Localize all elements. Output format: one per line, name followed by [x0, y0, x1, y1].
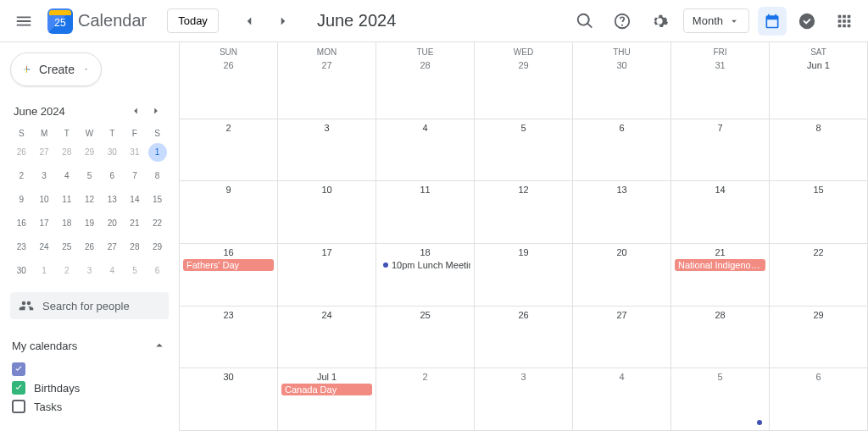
main-menu-icon[interactable]: [7, 4, 41, 38]
day-cell[interactable]: 28: [376, 57, 475, 119]
mini-day[interactable]: 2: [58, 262, 76, 280]
mini-day[interactable]: 30: [103, 143, 121, 162]
day-cell[interactable]: 19: [475, 244, 573, 307]
mini-day[interactable]: 21: [125, 214, 144, 233]
calendar-item[interactable]: [10, 360, 169, 379]
day-cell[interactable]: Jul 1Canada Day: [278, 368, 376, 431]
mini-day[interactable]: 26: [12, 143, 31, 162]
day-cell[interactable]: 28: [671, 307, 770, 369]
day-cell[interactable]: 26: [475, 307, 573, 369]
calendar-item[interactable]: Birthdays: [10, 379, 169, 397]
calendar-checkbox[interactable]: [12, 400, 25, 413]
day-cell[interactable]: 20: [573, 244, 671, 307]
mini-day[interactable]: 2: [12, 167, 31, 185]
mini-day[interactable]: 27: [103, 238, 121, 257]
mini-day[interactable]: 23: [12, 238, 31, 257]
day-cell[interactable]: 26: [180, 57, 278, 119]
event-chip[interactable]: 10pm Lunch Meeting: [380, 259, 470, 271]
day-cell[interactable]: 23: [180, 307, 278, 369]
mini-prev-button[interactable]: [126, 102, 145, 120]
day-cell[interactable]: 3: [278, 119, 376, 182]
day-cell[interactable]: 1810pm Lunch Meeting: [376, 244, 475, 307]
mini-day[interactable]: 10: [35, 191, 53, 209]
my-calendars-header[interactable]: My calendars: [10, 334, 169, 356]
day-cell[interactable]: 31: [671, 57, 770, 119]
search-icon[interactable]: [568, 4, 602, 38]
day-cell[interactable]: 13: [573, 181, 671, 244]
mini-day[interactable]: 16: [12, 214, 31, 233]
calendar-checkbox[interactable]: [12, 381, 25, 395]
mini-day[interactable]: 22: [148, 214, 167, 233]
settings-icon[interactable]: [643, 4, 676, 38]
day-cell[interactable]: 9: [180, 181, 278, 244]
day-cell[interactable]: 12: [475, 181, 573, 244]
day-cell[interactable]: 16Fathers' Day: [180, 244, 278, 307]
day-cell[interactable]: 24: [278, 307, 376, 369]
mini-day[interactable]: 14: [125, 191, 144, 209]
view-selector[interactable]: Month: [683, 8, 749, 33]
mini-day[interactable]: 15: [148, 191, 167, 209]
day-cell[interactable]: 27: [573, 307, 671, 369]
mini-day[interactable]: 3: [35, 167, 53, 185]
day-cell[interactable]: 14: [671, 181, 770, 244]
next-month-button[interactable]: [266, 4, 300, 38]
day-cell[interactable]: 5: [475, 119, 573, 182]
day-cell[interactable]: 3: [475, 368, 573, 431]
today-button[interactable]: Today: [167, 8, 219, 33]
event-chip[interactable]: Canada Day: [281, 384, 372, 395]
day-cell[interactable]: 4: [573, 368, 671, 431]
day-cell[interactable]: 4: [376, 119, 475, 182]
mini-day[interactable]: 12: [80, 191, 98, 209]
day-cell[interactable]: 8: [770, 119, 868, 182]
calendar-checkbox[interactable]: [12, 362, 25, 376]
day-cell[interactable]: 2: [180, 119, 278, 182]
mini-day[interactable]: 1: [35, 262, 53, 280]
mini-day[interactable]: 31: [125, 143, 144, 162]
mini-day[interactable]: 18: [58, 214, 76, 233]
mini-day[interactable]: 24: [35, 238, 53, 257]
calendar-item[interactable]: Tasks: [10, 397, 169, 416]
mini-day[interactable]: 8: [148, 167, 167, 185]
mini-day[interactable]: 7: [125, 167, 144, 185]
mini-day[interactable]: 3: [80, 262, 98, 280]
mini-day[interactable]: 28: [125, 238, 144, 257]
event-chip[interactable]: National Indigenous Peoples Day: [675, 259, 765, 271]
prev-month-button[interactable]: [232, 4, 266, 38]
mini-day[interactable]: 27: [35, 143, 53, 162]
calendar-view-toggle[interactable]: [758, 7, 787, 36]
tasks-icon[interactable]: [790, 4, 824, 38]
mini-day[interactable]: 28: [58, 143, 76, 162]
day-cell[interactable]: 7: [671, 119, 770, 182]
day-cell[interactable]: 11: [376, 181, 475, 244]
day-cell[interactable]: 5: [671, 368, 770, 431]
day-cell[interactable]: 29: [770, 307, 868, 369]
mini-day[interactable]: 1: [148, 143, 167, 162]
mini-day[interactable]: 5: [125, 262, 144, 280]
day-cell[interactable]: 10: [278, 181, 376, 244]
mini-day[interactable]: 9: [12, 191, 31, 209]
mini-day[interactable]: 20: [103, 214, 121, 233]
mini-day[interactable]: 29: [80, 143, 98, 162]
mini-day[interactable]: 4: [103, 262, 121, 280]
day-cell[interactable]: 2: [376, 368, 475, 431]
day-cell[interactable]: 30: [180, 368, 278, 431]
search-people-input[interactable]: Search for people: [10, 292, 169, 319]
mini-day[interactable]: 30: [12, 262, 31, 280]
day-cell[interactable]: Jun 1: [770, 57, 868, 119]
mini-next-button[interactable]: [147, 102, 165, 120]
mini-day[interactable]: 25: [58, 238, 76, 257]
mini-day[interactable]: 29: [148, 238, 167, 257]
day-cell[interactable]: 15: [770, 181, 868, 244]
help-icon[interactable]: [605, 4, 639, 38]
mini-day[interactable]: 26: [80, 238, 98, 257]
day-cell[interactable]: 27: [278, 57, 376, 119]
day-cell[interactable]: 29: [475, 57, 573, 119]
mini-day[interactable]: 6: [148, 262, 167, 280]
event-chip[interactable]: Fathers' Day: [183, 259, 274, 271]
mini-day[interactable]: 17: [35, 214, 53, 233]
day-cell[interactable]: 6: [770, 368, 868, 431]
mini-day[interactable]: 6: [103, 167, 121, 185]
day-cell[interactable]: 6: [573, 119, 671, 182]
day-cell[interactable]: 22: [770, 244, 868, 307]
mini-day[interactable]: 19: [80, 214, 98, 233]
